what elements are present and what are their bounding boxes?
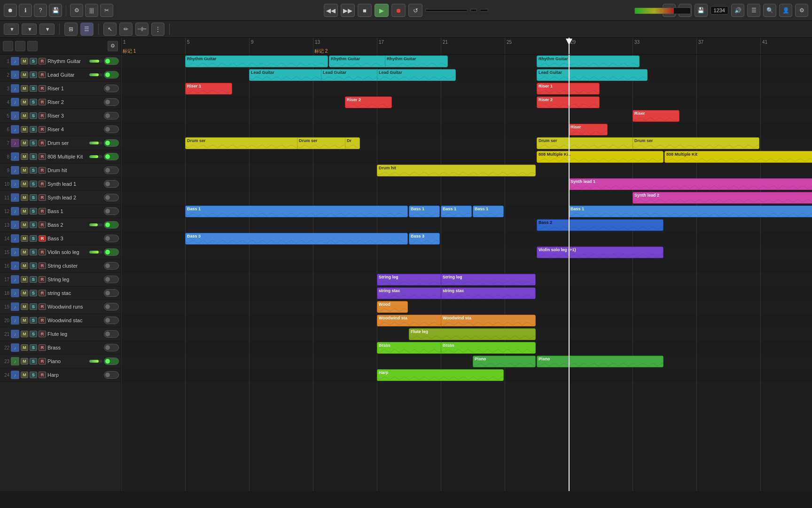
track-solo-23[interactable]: S (30, 358, 37, 365)
clip-1-2[interactable]: Rhythm Guitar (385, 56, 448, 67)
track-mute-19[interactable]: M (21, 303, 28, 310)
track-rec-14[interactable]: R (39, 235, 46, 242)
track-toggle-3[interactable] (104, 85, 119, 92)
clip-7-18[interactable]: Dr (345, 137, 360, 149)
clip-9-29[interactable]: Drum hit (377, 165, 536, 176)
track-mute-14[interactable]: M (21, 235, 28, 242)
clip-17-50[interactable]: String leg (441, 274, 536, 286)
track-rec-13[interactable]: R (39, 222, 46, 228)
track-rec-10[interactable]: R (39, 181, 46, 187)
track-solo-11[interactable]: S (30, 194, 37, 201)
track-rec-16[interactable]: R (39, 262, 46, 269)
info-btn[interactable]: ℹ (19, 4, 32, 17)
clip-7-16[interactable]: Drum ser (185, 137, 304, 149)
track-toggle-12[interactable] (104, 207, 119, 215)
track-solo-24[interactable]: S (30, 372, 37, 378)
cycle-btn[interactable]: ↺ (408, 4, 422, 17)
track-rec-3[interactable]: R (39, 85, 46, 92)
scissors-btn[interactable]: ✂ (100, 4, 113, 17)
track-rec-9[interactable]: R (39, 167, 46, 174)
track-solo-19[interactable]: S (30, 303, 37, 310)
clip-14-45[interactable]: Bass 3 (409, 233, 440, 245)
clip-23-59[interactable]: Piano (473, 356, 536, 367)
record-toggle-btn[interactable]: ⏺ (4, 4, 17, 17)
track-rec-23[interactable]: R (39, 358, 46, 365)
trim-tool[interactable]: ⊣⊢ (135, 23, 148, 36)
track-rec-8[interactable]: R (39, 153, 46, 160)
fast-forward-btn[interactable]: ▶▶ (341, 4, 355, 17)
track-rec-20[interactable]: R (39, 317, 46, 324)
track-solo-20[interactable]: S (30, 317, 37, 324)
save-right-btn[interactable]: 💾 (695, 4, 708, 17)
track-mute-9[interactable]: M (21, 167, 28, 174)
track-mute-23[interactable]: M (21, 358, 28, 365)
track-solo-18[interactable]: S (30, 290, 37, 296)
clip-7-20[interactable]: Drum ser (632, 137, 759, 149)
track-solo-8[interactable]: S (30, 153, 37, 160)
track-rec-21[interactable]: R (39, 331, 46, 337)
clip-22-58[interactable]: Brass (441, 342, 536, 354)
track-mute-21[interactable]: M (21, 331, 28, 337)
clip-19-53[interactable]: Wood (377, 301, 408, 313)
track-mute-12[interactable]: M (21, 208, 28, 214)
track-toggle-2[interactable] (104, 71, 119, 79)
speaker-btn[interactable]: 🔊 (731, 4, 744, 17)
clip-10-30[interactable]: Synth lead 1 (569, 178, 812, 190)
track-mute-4[interactable]: M (21, 99, 28, 105)
track-mute-1[interactable]: M (21, 58, 28, 64)
clip-20-55[interactable]: Woodwind sta (441, 315, 536, 326)
track-mute-2[interactable]: M (21, 71, 28, 78)
track-solo-16[interactable]: S (30, 262, 37, 269)
track-toggle-9[interactable] (104, 167, 119, 174)
track-solo-4[interactable]: S (30, 99, 37, 105)
track-toggle-17[interactable] (104, 276, 119, 283)
h-btn[interactable] (15, 41, 25, 51)
header-settings-btn[interactable]: ⚙ (108, 41, 118, 51)
track-solo-13[interactable]: S (30, 222, 37, 228)
clip-3-9[interactable]: Riser 1 (185, 83, 232, 95)
clip-1-0[interactable]: Rhythm Guitar (185, 56, 328, 67)
track-toggle-5[interactable] (104, 112, 119, 119)
track-mute-15[interactable]: M (21, 249, 28, 255)
track-solo-12[interactable]: S (30, 208, 37, 214)
function-mode-btn[interactable]: ▼ (22, 24, 37, 35)
grid-btn[interactable]: ||| (85, 4, 98, 17)
track-mute-7[interactable]: M (21, 140, 28, 146)
track-solo-2[interactable]: S (30, 71, 37, 78)
track-toggle-7[interactable] (104, 139, 119, 147)
track-solo-10[interactable]: S (30, 181, 37, 187)
cursor-tool[interactable]: ↖ (103, 23, 117, 36)
metronome-btn[interactable]: ⚙ (70, 4, 83, 17)
save-btn[interactable]: 💾 (49, 4, 62, 17)
track-toggle-24[interactable] (104, 371, 119, 379)
track-mute-5[interactable]: M (21, 112, 28, 119)
stop-btn[interactable]: ■ (358, 4, 372, 17)
track-solo-14[interactable]: S (30, 235, 37, 242)
track-solo-15[interactable]: S (30, 249, 37, 255)
clip-3-10[interactable]: Riser 1 (537, 83, 600, 95)
track-mute-18[interactable]: M (21, 290, 28, 296)
tracks-canvas[interactable]: Rhythm GuitarRhythm GuitarRhythm GuitarR… (121, 55, 812, 491)
clip-12-37[interactable]: Bass 1 (441, 206, 472, 217)
clip-2-5[interactable]: Lead Guitar (321, 69, 384, 81)
clip-12-39[interactable]: Bass 1 (569, 206, 812, 217)
clip-2-6[interactable]: Lead Guitar (377, 69, 456, 81)
track-toggle-16[interactable] (104, 262, 119, 270)
track-rec-6[interactable]: R (39, 126, 46, 133)
clip-15-47[interactable]: Violin solo leg (+1) (537, 246, 664, 258)
clip-1-1[interactable]: Rhythm Guitar (329, 56, 392, 67)
track-mute-3[interactable]: M (21, 85, 28, 92)
track-mute-17[interactable]: M (21, 276, 28, 283)
clip-8-24[interactable]: 808 Multiple Ki.. (537, 151, 664, 163)
track-solo-7[interactable]: S (30, 140, 37, 146)
track-mute-20[interactable]: M (21, 317, 28, 324)
track-mute-11[interactable]: M (21, 194, 28, 201)
clip-4-12[interactable]: Riser 2 (537, 96, 600, 108)
clip-7-17[interactable]: Drum ser (297, 137, 352, 149)
track-toggle-15[interactable] (104, 248, 119, 256)
track-rec-15[interactable]: R (39, 249, 46, 255)
track-toggle-18[interactable] (104, 289, 119, 297)
track-mute-22[interactable]: M (21, 344, 28, 351)
track-toggle-21[interactable] (104, 330, 119, 338)
clip-11-34[interactable]: Synth lead 2 (632, 192, 812, 204)
